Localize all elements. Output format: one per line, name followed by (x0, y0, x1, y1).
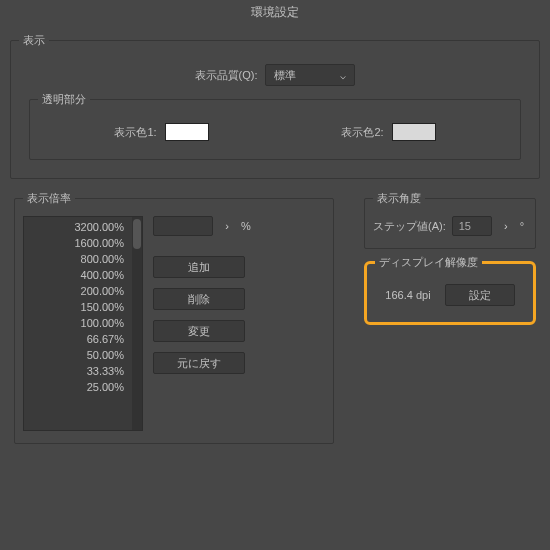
color1-swatch[interactable] (165, 123, 209, 141)
list-item[interactable]: 33.33% (24, 363, 132, 379)
zoom-group: 表示倍率 3200.00% 1600.00% 800.00% 400.00% 2… (14, 191, 334, 444)
resolution-legend: ディスプレイ解像度 (375, 255, 482, 270)
percent-label: % (241, 220, 251, 232)
zoom-listbox[interactable]: 3200.00% 1600.00% 800.00% 400.00% 200.00… (23, 216, 143, 431)
scrollbar-thumb[interactable] (133, 219, 141, 249)
zoom-input[interactable] (153, 216, 213, 236)
display-group: 表示 表示品質(Q): 標準 ⌵ 透明部分 表示色1: 表示色2: (10, 33, 540, 179)
angle-group: 表示角度 ステップ値(A): 15 › ° (364, 191, 536, 249)
list-item[interactable]: 25.00% (24, 379, 132, 395)
list-item[interactable]: 800.00% (24, 251, 132, 267)
list-item[interactable]: 400.00% (24, 267, 132, 283)
angle-legend: 表示角度 (373, 191, 425, 206)
step-label: ステップ値(A): (373, 219, 446, 234)
zoom-scrollbar[interactable] (132, 217, 142, 430)
list-item[interactable]: 50.00% (24, 347, 132, 363)
transparency-legend: 透明部分 (38, 92, 90, 107)
list-item[interactable]: 1600.00% (24, 235, 132, 251)
dpi-value: 166.4 dpi (385, 289, 430, 301)
chevron-down-icon: ⌵ (340, 70, 346, 81)
degree-label: ° (520, 220, 524, 232)
chevron-right-icon[interactable]: › (219, 220, 235, 232)
quality-select[interactable]: 標準 ⌵ (265, 64, 355, 86)
list-item[interactable]: 100.00% (24, 315, 132, 331)
quality-value: 標準 (274, 68, 296, 83)
zoom-legend: 表示倍率 (23, 191, 75, 206)
list-item[interactable]: 200.00% (24, 283, 132, 299)
resolution-group: ディスプレイ解像度 166.4 dpi 設定 (364, 255, 536, 325)
list-item[interactable]: 150.00% (24, 299, 132, 315)
list-item[interactable]: 66.67% (24, 331, 132, 347)
step-input[interactable]: 15 (452, 216, 492, 236)
display-legend: 表示 (19, 33, 49, 48)
change-button[interactable]: 変更 (153, 320, 245, 342)
color2-swatch[interactable] (392, 123, 436, 141)
delete-button[interactable]: 削除 (153, 288, 245, 310)
quality-label: 表示品質(Q): (195, 68, 258, 83)
set-button[interactable]: 設定 (445, 284, 515, 306)
color1-label: 表示色1: (114, 125, 156, 140)
list-item[interactable]: 3200.00% (24, 219, 132, 235)
transparency-group: 透明部分 表示色1: 表示色2: (29, 92, 521, 160)
dialog-title: 環境設定 (0, 0, 550, 27)
reset-button[interactable]: 元に戻す (153, 352, 245, 374)
chevron-right-icon[interactable]: › (498, 220, 514, 232)
add-button[interactable]: 追加 (153, 256, 245, 278)
color2-label: 表示色2: (341, 125, 383, 140)
